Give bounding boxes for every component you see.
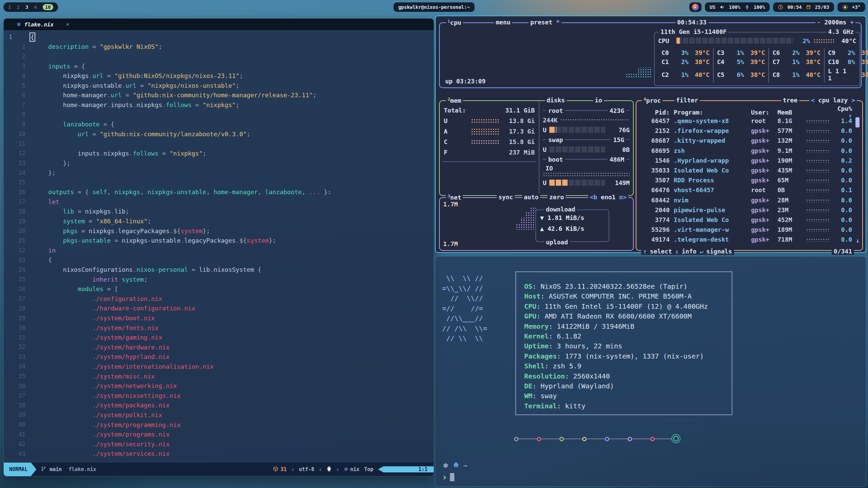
- line-number: 33: [4, 353, 34, 360]
- code-line[interactable]: 1 description = "gpskwlkr NixOS";: [4, 42, 434, 52]
- tray-app-button[interactable]: [689, 2, 702, 12]
- core-stat: C03%39°C: [658, 48, 713, 57]
- scroll-down-icon[interactable]: ↓: [856, 237, 860, 244]
- code-line[interactable]: 13 };: [4, 158, 434, 168]
- code-line[interactable]: 21 pkgs-unstable = nixpkgs-unstable.lega…: [4, 236, 434, 245]
- process-row[interactable]: 55296.virt-manager-wgpsk+189M0.0: [641, 225, 852, 235]
- code-line[interactable]: 43 ./system/services.nix: [4, 449, 434, 459]
- tab-flake-nix[interactable]: ❄ flake.nix ×: [4, 19, 75, 30]
- process-row[interactable]: 1546.Hyprland-wrappgpsk+190M0.2: [641, 156, 852, 165]
- code-line[interactable]: 37 ./system/nixsettings.nix: [4, 391, 434, 401]
- proc-scrollbar-thumb[interactable]: [855, 117, 860, 127]
- process-row[interactable]: 3774Isolated Web Cogpsk+452M0.0: [641, 215, 852, 225]
- code-line[interactable]: 30 ./system/fonts.nix: [4, 323, 434, 333]
- code-line[interactable]: 29 ./system/boot.nix: [4, 313, 434, 323]
- code-line[interactable]: 34 ./system/internationalisation.nix: [4, 362, 434, 371]
- code-line[interactable]: 40 ./system/programming.nix: [4, 420, 434, 430]
- code-line[interactable]: 39 ./system/polkit.nix: [4, 410, 434, 420]
- code-line[interactable]: 42 ./system/security.nix: [4, 439, 434, 449]
- code-line[interactable]: 17 let: [4, 197, 434, 207]
- proc-table[interactable]: 66457.qemu-system-x8root8.1G1.42152.fire…: [641, 116, 852, 245]
- net-interface-selector[interactable]: <b eno1 n>: [588, 194, 628, 201]
- menu-button[interactable]: menu: [494, 19, 512, 26]
- code-line[interactable]: 8: [4, 110, 434, 120]
- code-line[interactable]: 7 home-manager.inputs.nixpkgs.follows = …: [4, 100, 434, 110]
- disk-io-label: IO: [543, 164, 630, 172]
- code-line[interactable]: 33 ./system/hyprland.nix: [4, 352, 434, 362]
- code-line[interactable]: 5 nixpkgs-unstable.url = "nixpkgs/nixos-…: [4, 81, 434, 90]
- workspace-button-3[interactable]: 3: [25, 4, 28, 10]
- package-cube-icon: [273, 466, 278, 473]
- code-line[interactable]: 18 lib = nixpkgs.lib;: [4, 207, 434, 217]
- code-line[interactable]: 38 ./system/packages.nix: [4, 401, 434, 410]
- code-line[interactable]: 35 ./system/misc.nix: [4, 371, 434, 381]
- process-row[interactable]: 3507RDD Processgpsk+65M0.0: [641, 175, 852, 185]
- code-line[interactable]: 27 ./configuration.nix: [4, 294, 434, 304]
- prompt-input-line[interactable]: ›: [443, 472, 454, 482]
- proc-filter-button[interactable]: filter: [674, 97, 700, 104]
- code-line[interactable]: 1{: [4, 32, 434, 42]
- update-interval-control[interactable]: - 2000ms +: [815, 19, 855, 26]
- code-line[interactable]: 9 lanzaboote = {: [4, 119, 434, 129]
- workspace-button-1[interactable]: 1: [8, 4, 11, 10]
- workspace-button-4[interactable]: 4: [34, 4, 37, 10]
- code-line[interactable]: 6 home-manager.url = "github:nix-communi…: [4, 90, 434, 100]
- code-line[interactable]: 26 modules = [: [4, 284, 434, 294]
- proc-tree-button[interactable]: tree: [781, 97, 799, 104]
- proc-panel-title[interactable]: 4proc: [642, 97, 663, 104]
- line-number: 4: [4, 73, 34, 79]
- proc-sort-selector[interactable]: < cpu lazy >: [809, 97, 857, 104]
- workspace-button-10[interactable]: 10: [43, 4, 53, 10]
- workspace-button-2[interactable]: 2: [17, 4, 19, 10]
- code-line[interactable]: 19 system = "x86_64-linux";: [4, 216, 434, 226]
- net-auto-button[interactable]: auto: [522, 194, 540, 201]
- process-row[interactable]: 66457.qemu-system-x8root8.1G1.4: [641, 116, 852, 126]
- code-line[interactable]: 23 {: [4, 255, 434, 265]
- code-text: ./system/hardware.nix: [34, 344, 170, 351]
- process-row[interactable]: 66476vhost-66457root0B0.1: [641, 185, 852, 195]
- audio-group[interactable]: US 100% 100%: [705, 2, 770, 12]
- code-line[interactable]: 36 ./system/networking.nix: [4, 381, 434, 391]
- code-line[interactable]: 20 pkgs = nixpkgs.legacyPackages.${syste…: [4, 226, 434, 236]
- code-line[interactable]: 12 inputs.nixpkgs.follows = "nixpkgs";: [4, 148, 434, 158]
- proc-header-row[interactable]: Pid: Program: User: MemB Cpu% ↑: [641, 105, 852, 114]
- process-row[interactable]: 35033Isolated Web Cogpsk+435M0.0: [641, 165, 852, 175]
- code-line[interactable]: 3 inputs = {: [4, 61, 434, 71]
- code-line[interactable]: 41 ./system/programs.nix: [4, 429, 434, 439]
- clock-group[interactable]: 00:54 25/03: [773, 2, 834, 12]
- process-row[interactable]: 68695zshgpsk+9.1M0.0: [641, 146, 852, 156]
- net-sync-button[interactable]: sync: [497, 194, 515, 201]
- net-zero-button[interactable]: zero: [548, 194, 566, 201]
- code-line[interactable]: 15: [4, 178, 434, 187]
- cpu-panel-title[interactable]: 1cpu: [446, 19, 463, 26]
- keyboard-layout[interactable]: US: [710, 4, 715, 10]
- preset-button[interactable]: preset *: [529, 19, 561, 26]
- code-line[interactable]: 22 in: [4, 245, 434, 255]
- code-line[interactable]: 25 inherit system;: [4, 274, 434, 284]
- process-row[interactable]: 49174.telegram-desktgpsk+718M0.0: [641, 235, 852, 244]
- code-line[interactable]: 31 ./system/gaming.nix: [4, 332, 434, 342]
- process-row[interactable]: 2040pipewire-pulsegpsk+23M0.0: [641, 205, 852, 215]
- process-row[interactable]: 68442nvimgpsk+28M0.0: [641, 195, 852, 205]
- code-line[interactable]: 2: [4, 52, 434, 61]
- code-area[interactable]: 1{1 description = "gpskwlkr NixOS";23 in…: [4, 30, 434, 463]
- volume-level[interactable]: 100%: [729, 4, 741, 10]
- net-panel-title[interactable]: 3net: [446, 194, 463, 201]
- process-row[interactable]: 68687.kitty-wrappedgpsk+132M0.0: [641, 136, 852, 145]
- process-row[interactable]: 2152.firefox-wrappegpsk+577M0.0: [641, 126, 852, 136]
- weather-group[interactable]: +3°: [837, 2, 865, 12]
- code-line[interactable]: 28 ./hardware-configuration.nix: [4, 304, 434, 313]
- tab-close-icon[interactable]: ×: [66, 21, 69, 27]
- code-line[interactable]: 14 };: [4, 168, 434, 178]
- mic-level[interactable]: 100%: [754, 4, 765, 10]
- time[interactable]: 00:54: [787, 4, 802, 10]
- code-line[interactable]: 11: [4, 139, 434, 149]
- workspace-switcher[interactable]: 123410: [3, 2, 58, 12]
- proc-footer-actions[interactable]: ↑select ↓info ↵signals: [641, 248, 734, 255]
- code-line[interactable]: 16 outputs = { self, nixpkgs, nixpkgs-un…: [4, 187, 434, 197]
- code-line[interactable]: 24 nixosConfigurations.nixos-personal = …: [4, 265, 434, 274]
- code-line[interactable]: 4 nixpkgs.url = "github:NixOS/nixpkgs/ni…: [4, 71, 434, 81]
- code-line[interactable]: 10 url = "github:nix-community/lanzaboot…: [4, 129, 434, 139]
- code-line[interactable]: 32 ./system/hardware.nix: [4, 342, 434, 352]
- date[interactable]: 25/03: [815, 4, 829, 10]
